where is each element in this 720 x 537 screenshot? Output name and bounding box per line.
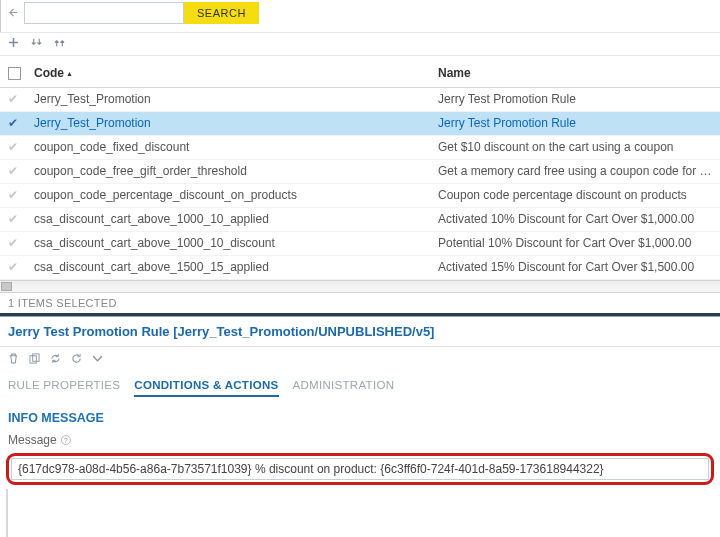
grid-header: Code ▲ Name — [0, 55, 720, 88]
table-row[interactable]: ✔csa_discount_cart_above_1500_15_applied… — [0, 256, 720, 280]
scrollbar-thumb[interactable] — [1, 282, 12, 291]
help-icon[interactable]: ? — [61, 435, 71, 445]
add-icon[interactable] — [8, 37, 19, 51]
grid-toolbar — [0, 32, 720, 55]
cell-code: csa_discount_cart_above_1000_10_applied — [34, 212, 438, 226]
tab-conditions-actions[interactable]: CONDITIONS & ACTIONS — [134, 375, 278, 397]
selection-summary: 1 ITEMS SELECTED — [0, 293, 720, 313]
column-header-name[interactable]: Name — [438, 66, 712, 80]
check-icon[interactable]: ✔ — [8, 260, 34, 274]
table-row[interactable]: ✔csa_discount_cart_above_1000_10_applied… — [0, 208, 720, 232]
search-bar: SEARCH — [0, 0, 720, 32]
search-button[interactable]: SEARCH — [184, 2, 259, 24]
check-icon[interactable]: ✔ — [8, 188, 34, 202]
table-row[interactable]: ✔csa_discount_cart_above_1000_10_discoun… — [0, 232, 720, 256]
table-row[interactable]: ✔Jerry_Test_PromotionJerry Test Promotio… — [0, 112, 720, 136]
cell-name: Get $10 discount on the cart using a cou… — [438, 140, 712, 154]
select-all-checkbox[interactable] — [8, 67, 21, 80]
field-message: Message ? — [0, 427, 720, 449]
cell-name: Activated 10% Discount for Cart Over $1,… — [438, 212, 712, 226]
refresh-icon[interactable] — [71, 353, 82, 367]
field-message-label: Message — [8, 433, 57, 447]
detail-title: Jerry Test Promotion Rule [Jerry_Test_Pr… — [0, 317, 720, 347]
cell-name: Jerry Test Promotion Rule — [438, 116, 712, 130]
horizontal-scrollbar[interactable] — [0, 280, 720, 293]
column-header-code[interactable]: Code ▲ — [34, 66, 438, 80]
sort-asc-icon: ▲ — [66, 70, 73, 77]
cell-code: coupon_code_free_gift_order_threshold — [34, 164, 438, 178]
cell-code: csa_discount_cart_above_1000_10_discount — [34, 236, 438, 250]
copy-icon[interactable] — [29, 353, 40, 367]
check-icon[interactable]: ✔ — [8, 140, 34, 154]
cell-name: Get a memory card free using a coupon co… — [438, 164, 712, 178]
results-pane: SEARCH Code ▲ Name ✔Jerry_Test_Promotion… — [0, 0, 720, 316]
arrows-down-icon[interactable] — [31, 37, 42, 51]
section-info-message: INFO MESSAGE — [0, 403, 720, 427]
sync-icon[interactable] — [50, 353, 61, 367]
cell-code: Jerry_Test_Promotion — [34, 92, 438, 106]
panel-divider — [6, 489, 8, 537]
message-input[interactable] — [11, 458, 709, 480]
table-row[interactable]: ✔coupon_code_fixed_discountGet $10 disco… — [0, 136, 720, 160]
arrows-up-icon[interactable] — [54, 37, 65, 51]
column-header-code-label: Code — [34, 66, 64, 80]
table-row[interactable]: ✔Jerry_Test_PromotionJerry Test Promotio… — [0, 88, 720, 112]
cell-name: Activated 15% Discount for Cart Over $1,… — [438, 260, 712, 274]
cell-name: Potential 10% Discount for Cart Over $1,… — [438, 236, 712, 250]
cell-code: coupon_code_fixed_discount — [34, 140, 438, 154]
column-header-name-label: Name — [438, 66, 471, 80]
tab-administration[interactable]: ADMINISTRATION — [293, 375, 395, 397]
detail-pane: Jerry Test Promotion Rule [Jerry_Test_Pr… — [0, 316, 720, 537]
delete-icon[interactable] — [8, 353, 19, 367]
detail-toolbar — [0, 347, 720, 373]
detail-tabs: RULE PROPERTIES CONDITIONS & ACTIONS ADM… — [0, 373, 720, 403]
search-input[interactable] — [24, 2, 184, 24]
collapse-icon[interactable] — [7, 7, 24, 19]
grid-body: ✔Jerry_Test_PromotionJerry Test Promotio… — [0, 88, 720, 280]
check-icon[interactable]: ✔ — [8, 92, 34, 106]
check-icon[interactable]: ✔ — [8, 212, 34, 226]
check-icon[interactable]: ✔ — [8, 164, 34, 178]
cell-code: Jerry_Test_Promotion — [34, 116, 438, 130]
check-icon[interactable]: ✔ — [8, 236, 34, 250]
cell-code: coupon_code_percentage_discount_on_produ… — [34, 188, 438, 202]
chevron-down-icon[interactable] — [92, 353, 103, 367]
check-icon[interactable]: ✔ — [8, 116, 34, 130]
cell-name: Coupon code percentage discount on produ… — [438, 188, 712, 202]
tab-rule-properties[interactable]: RULE PROPERTIES — [8, 375, 120, 397]
table-row[interactable]: ✔coupon_code_free_gift_order_thresholdGe… — [0, 160, 720, 184]
table-row[interactable]: ✔coupon_code_percentage_discount_on_prod… — [0, 184, 720, 208]
cell-code: csa_discount_cart_above_1500_15_applied — [34, 260, 438, 274]
highlight-annotation — [6, 453, 714, 485]
cell-name: Jerry Test Promotion Rule — [438, 92, 712, 106]
